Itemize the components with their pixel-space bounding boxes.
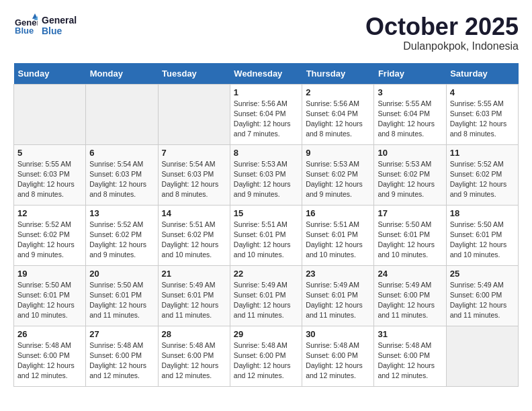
day-info: Sunrise: 5:49 AM Sunset: 6:01 PM Dayligh… [234,280,298,321]
day-cell-10: 10Sunrise: 5:53 AM Sunset: 6:02 PM Dayli… [374,144,446,205]
day-info: Sunrise: 5:54 AM Sunset: 6:03 PM Dayligh… [89,159,154,200]
header-wednesday: Wednesday [230,63,302,85]
header-thursday: Thursday [302,63,374,85]
header-friday: Friday [374,63,446,85]
day-number: 12 [17,208,82,218]
day-info: Sunrise: 5:54 AM Sunset: 6:03 PM Dayligh… [162,159,226,200]
day-number: 26 [17,329,82,339]
day-info: Sunrise: 5:51 AM Sunset: 6:01 PM Dayligh… [306,220,370,261]
day-cell-26: 26Sunrise: 5:48 AM Sunset: 6:00 PM Dayli… [14,326,86,386]
day-info: Sunrise: 5:48 AM Sunset: 6:00 PM Dayligh… [234,340,298,381]
day-number: 19 [17,269,82,279]
day-number: 15 [234,208,298,218]
empty-cell [86,84,158,144]
day-number: 29 [234,329,298,339]
day-cell-9: 9Sunrise: 5:53 AM Sunset: 6:02 PM Daylig… [302,144,374,205]
day-number: 24 [378,269,442,279]
day-cell-12: 12Sunrise: 5:52 AM Sunset: 6:02 PM Dayli… [14,205,86,265]
day-number: 30 [306,329,370,339]
day-info: Sunrise: 5:48 AM Sunset: 6:00 PM Dayligh… [89,340,154,381]
day-info: Sunrise: 5:51 AM Sunset: 6:02 PM Dayligh… [162,220,226,261]
day-number: 22 [234,269,298,279]
logo-general-text: GeneralBlue [42,15,77,36]
day-cell-21: 21Sunrise: 5:49 AM Sunset: 6:01 PM Dayli… [158,265,230,326]
day-cell-11: 11Sunrise: 5:52 AM Sunset: 6:02 PM Dayli… [446,144,518,205]
week-row-4: 19Sunrise: 5:50 AM Sunset: 6:01 PM Dayli… [14,265,519,326]
day-cell-2: 2Sunrise: 5:56 AM Sunset: 6:04 PM Daylig… [302,84,374,144]
day-cell-22: 22Sunrise: 5:49 AM Sunset: 6:01 PM Dayli… [230,265,302,326]
day-number: 18 [450,208,515,218]
day-info: Sunrise: 5:49 AM Sunset: 6:01 PM Dayligh… [306,280,370,321]
day-info: Sunrise: 5:56 AM Sunset: 6:04 PM Dayligh… [234,99,298,140]
day-cell-24: 24Sunrise: 5:49 AM Sunset: 6:00 PM Dayli… [374,265,446,326]
day-number: 1 [234,87,298,97]
day-info: Sunrise: 5:55 AM Sunset: 6:04 PM Dayligh… [378,99,442,140]
day-cell-13: 13Sunrise: 5:52 AM Sunset: 6:02 PM Dayli… [86,205,158,265]
page-header: General Blue GeneralBlue October 2025 Du… [13,13,519,52]
day-cell-8: 8Sunrise: 5:53 AM Sunset: 6:03 PM Daylig… [230,144,302,205]
day-number: 31 [378,329,442,339]
empty-cell [446,326,518,386]
day-number: 6 [89,148,154,158]
header-monday: Monday [86,63,158,85]
day-cell-28: 28Sunrise: 5:48 AM Sunset: 6:00 PM Dayli… [158,326,230,386]
day-number: 17 [378,208,442,218]
day-number: 20 [89,269,154,279]
day-info: Sunrise: 5:48 AM Sunset: 6:00 PM Dayligh… [378,340,442,381]
day-cell-4: 4Sunrise: 5:55 AM Sunset: 6:03 PM Daylig… [446,84,518,144]
day-info: Sunrise: 5:52 AM Sunset: 6:02 PM Dayligh… [89,220,154,261]
day-cell-3: 3Sunrise: 5:55 AM Sunset: 6:04 PM Daylig… [374,84,446,144]
day-info: Sunrise: 5:51 AM Sunset: 6:01 PM Dayligh… [234,220,298,261]
day-info: Sunrise: 5:50 AM Sunset: 6:01 PM Dayligh… [89,280,154,321]
day-cell-6: 6Sunrise: 5:54 AM Sunset: 6:03 PM Daylig… [86,144,158,205]
day-number: 3 [378,87,442,97]
day-info: Sunrise: 5:53 AM Sunset: 6:02 PM Dayligh… [378,159,442,200]
day-cell-29: 29Sunrise: 5:48 AM Sunset: 6:00 PM Dayli… [230,326,302,386]
day-info: Sunrise: 5:52 AM Sunset: 6:02 PM Dayligh… [17,220,82,261]
day-info: Sunrise: 5:52 AM Sunset: 6:02 PM Dayligh… [450,159,515,200]
day-info: Sunrise: 5:55 AM Sunset: 6:03 PM Dayligh… [450,99,515,140]
week-row-3: 12Sunrise: 5:52 AM Sunset: 6:02 PM Dayli… [14,205,519,265]
day-number: 13 [89,208,154,218]
day-number: 16 [306,208,370,218]
week-row-2: 5Sunrise: 5:55 AM Sunset: 6:03 PM Daylig… [14,144,519,205]
day-info: Sunrise: 5:53 AM Sunset: 6:03 PM Dayligh… [234,159,298,200]
header-saturday: Saturday [446,63,518,85]
day-number: 8 [234,148,298,158]
day-info: Sunrise: 5:49 AM Sunset: 6:01 PM Dayligh… [162,280,226,321]
day-info: Sunrise: 5:50 AM Sunset: 6:01 PM Dayligh… [378,220,442,261]
day-cell-7: 7Sunrise: 5:54 AM Sunset: 6:03 PM Daylig… [158,144,230,205]
day-number: 9 [306,148,370,158]
day-number: 4 [450,87,515,97]
calendar-table: SundayMondayTuesdayWednesdayThursdayFrid… [13,63,519,387]
day-number: 10 [378,148,442,158]
day-cell-25: 25Sunrise: 5:49 AM Sunset: 6:00 PM Dayli… [446,265,518,326]
day-cell-14: 14Sunrise: 5:51 AM Sunset: 6:02 PM Dayli… [158,205,230,265]
logo-icon: General Blue [13,13,38,38]
day-cell-16: 16Sunrise: 5:51 AM Sunset: 6:01 PM Dayli… [302,205,374,265]
day-cell-20: 20Sunrise: 5:50 AM Sunset: 6:01 PM Dayli… [86,265,158,326]
day-number: 25 [450,269,515,279]
week-row-5: 26Sunrise: 5:48 AM Sunset: 6:00 PM Dayli… [14,326,519,386]
day-cell-30: 30Sunrise: 5:48 AM Sunset: 6:00 PM Dayli… [302,326,374,386]
day-number: 23 [306,269,370,279]
day-info: Sunrise: 5:48 AM Sunset: 6:00 PM Dayligh… [306,340,370,381]
header-sunday: Sunday [14,63,86,85]
day-info: Sunrise: 5:50 AM Sunset: 6:01 PM Dayligh… [17,280,82,321]
empty-cell [158,84,230,144]
logo: General Blue GeneralBlue [13,13,77,38]
day-number: 14 [162,208,226,218]
day-info: Sunrise: 5:49 AM Sunset: 6:00 PM Dayligh… [450,280,515,321]
day-number: 5 [17,148,82,158]
day-cell-5: 5Sunrise: 5:55 AM Sunset: 6:03 PM Daylig… [14,144,86,205]
day-cell-23: 23Sunrise: 5:49 AM Sunset: 6:01 PM Dayli… [302,265,374,326]
day-cell-15: 15Sunrise: 5:51 AM Sunset: 6:01 PM Dayli… [230,205,302,265]
day-number: 7 [162,148,226,158]
title-block: October 2025 Dulanpokpok, Indonesia [365,13,519,52]
empty-cell [14,84,86,144]
day-info: Sunrise: 5:56 AM Sunset: 6:04 PM Dayligh… [306,99,370,140]
day-cell-17: 17Sunrise: 5:50 AM Sunset: 6:01 PM Dayli… [374,205,446,265]
day-number: 2 [306,87,370,97]
day-info: Sunrise: 5:53 AM Sunset: 6:02 PM Dayligh… [306,159,370,200]
day-cell-1: 1Sunrise: 5:56 AM Sunset: 6:04 PM Daylig… [230,84,302,144]
